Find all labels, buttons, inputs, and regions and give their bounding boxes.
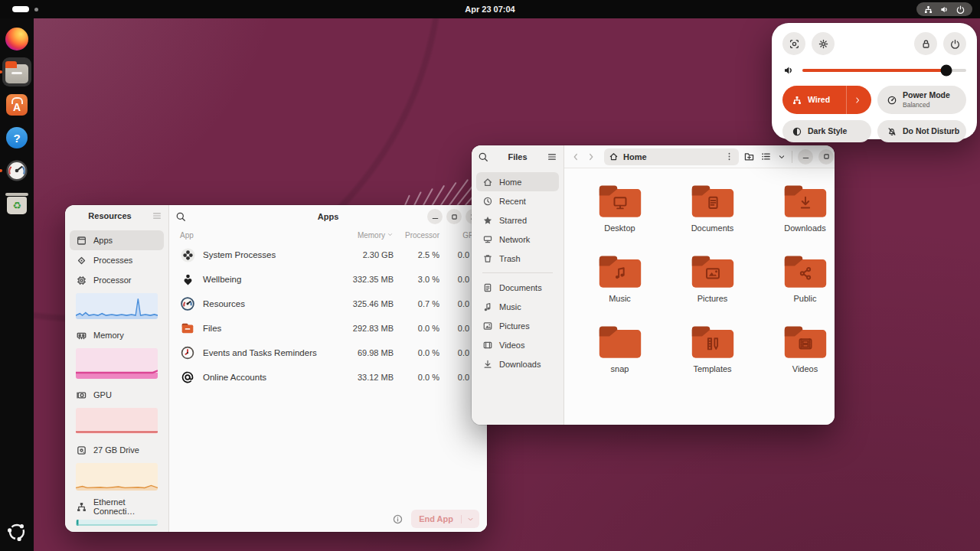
- search-icon[interactable]: [478, 152, 488, 162]
- video-icon: [482, 340, 493, 350]
- folder-label: Public: [794, 294, 817, 303]
- end-app-button[interactable]: End App: [411, 510, 479, 528]
- settings-icon: [818, 38, 829, 50]
- process-row-events-and-tasks-reminders[interactable]: Events and Tasks Reminders69.98 MB0.0 %0…: [169, 341, 487, 365]
- sidebar-item-label: Ethernet Connecti…: [93, 497, 158, 516]
- process-memory: 332.35 MB: [323, 275, 394, 284]
- folder-glyph: [597, 182, 643, 220]
- cpu-usage-chart: [76, 293, 158, 319]
- files-sidebar-starred[interactable]: Starred: [476, 210, 559, 230]
- process-name: Online Accounts: [203, 373, 266, 382]
- resources-sidebar-memory[interactable]: Memory: [70, 325, 164, 345]
- process-row-online-accounts[interactable]: Online Accounts33.12 MB0.0 %0.0 %: [169, 365, 487, 390]
- sidebar-item-label: Processor: [93, 276, 132, 285]
- view-options-chevron-icon[interactable]: [777, 152, 786, 161]
- process-row-files[interactable]: Files292.83 MB0.0 %0.0 %: [169, 316, 487, 341]
- show-apps-button[interactable]: [2, 517, 31, 546]
- folder-desktop[interactable]: Desktop: [573, 182, 666, 253]
- location-label: Home: [623, 152, 720, 161]
- resources-sidebar-27-gb-drive[interactable]: 27 GB Drive: [70, 440, 164, 460]
- dock-item-system-monitor[interactable]: [2, 156, 31, 185]
- resources-sidebar-processes[interactable]: Processes: [70, 250, 164, 270]
- files-sidebar-documents[interactable]: Documents: [476, 278, 559, 297]
- sidebar-item-label: Documents: [499, 283, 542, 292]
- folder-documents[interactable]: Documents: [666, 182, 759, 253]
- files-sidebar-pictures[interactable]: Pictures: [476, 316, 559, 335]
- files-sidebar-home[interactable]: Home: [476, 172, 559, 191]
- kebab-menu-icon[interactable]: [724, 152, 734, 161]
- dock-item-help[interactable]: ?: [2, 123, 31, 152]
- files-sidebar-music[interactable]: Music: [476, 297, 559, 316]
- folder-templates[interactable]: Templates: [666, 323, 759, 393]
- forward-icon[interactable]: [586, 152, 596, 162]
- location-breadcrumb[interactable]: Home: [604, 148, 739, 165]
- volume-slider[interactable]: [802, 69, 966, 72]
- column-memory[interactable]: Memory: [323, 231, 394, 240]
- system-tray[interactable]: [916, 2, 972, 16]
- files-sidebar-videos[interactable]: Videos: [476, 335, 559, 354]
- menu-icon: [152, 210, 162, 221]
- back-icon[interactable]: [570, 152, 581, 162]
- chevron-down-icon[interactable]: [461, 515, 479, 523]
- process-row-resources[interactable]: Resources325.46 MB0.7 %0.0 %: [169, 292, 487, 316]
- resources-sidebar-processor[interactable]: Processor: [70, 270, 164, 290]
- pinwheel-icon: [180, 247, 195, 262]
- process-processor: 0.7 %: [394, 299, 439, 308]
- power-button[interactable]: [943, 32, 966, 55]
- settings-button[interactable]: [812, 32, 835, 55]
- view-list-icon[interactable]: [760, 151, 772, 162]
- power-icon: [949, 38, 961, 50]
- tile-do-not-disturb[interactable]: Do Not Disturb: [877, 120, 966, 142]
- folder-label: snap: [611, 364, 629, 373]
- sort-icon: [387, 231, 394, 238]
- column-app[interactable]: App: [180, 231, 323, 240]
- resources-sidebar-gpu[interactable]: GPU: [70, 385, 164, 405]
- dock-item-firefox[interactable]: [2, 24, 31, 54]
- folder-downloads[interactable]: Downloads: [759, 182, 835, 253]
- folder-videos[interactable]: Videos: [759, 323, 835, 393]
- sidebar-item-label: Music: [499, 302, 521, 311]
- files-sidebar-trash[interactable]: Trash: [476, 249, 559, 268]
- info-icon[interactable]: [392, 514, 403, 525]
- dock-item-trash[interactable]: ♻: [2, 189, 31, 218]
- resources-sidebar: Resources AppsProcessesProcessorMemoryGP…: [65, 205, 169, 532]
- volume-knob[interactable]: [941, 65, 952, 77]
- column-processor[interactable]: Processor: [394, 231, 439, 240]
- menu-icon[interactable]: [152, 210, 162, 221]
- dock: A?♻: [0, 18, 34, 551]
- sidebar-item-label: Processes: [93, 256, 132, 265]
- files-sidebar: Files HomeRecentStarredNetworkTrashDocum…: [472, 145, 564, 425]
- dock-item-app-center[interactable]: A: [2, 90, 31, 119]
- trash-icon: ♻: [7, 197, 27, 214]
- tile-label: Power Mode: [903, 90, 950, 99]
- process-row-system-processes[interactable]: System Processes2.30 GB2.5 %0.0 %: [169, 243, 487, 267]
- minimize-button[interactable]: [427, 209, 443, 224]
- folder-snap[interactable]: snap: [573, 323, 666, 393]
- trash-icon: [482, 253, 493, 264]
- resources-headerbar: Apps: [169, 205, 487, 228]
- lock-button[interactable]: [914, 32, 937, 55]
- files-sidebar-network[interactable]: Network: [476, 230, 559, 249]
- tile-power-mode[interactable]: Power ModeBalanced: [877, 86, 966, 114]
- files-sidebar-recent[interactable]: Recent: [476, 191, 559, 210]
- speaker-icon[interactable]: [782, 64, 795, 77]
- dock-item-files[interactable]: [2, 57, 31, 86]
- clock[interactable]: Apr 23 07:04: [0, 5, 980, 14]
- chevron-right-icon[interactable]: [846, 86, 868, 114]
- tile-wired[interactable]: Wired: [782, 86, 871, 114]
- resources-sidebar-apps[interactable]: Apps: [70, 230, 164, 250]
- maximize-icon: [822, 152, 831, 161]
- folder-pictures[interactable]: Pictures: [666, 253, 759, 323]
- menu-icon[interactable]: [547, 152, 557, 162]
- resources-sidebar-ethernet-connecti[interactable]: Ethernet Connecti…: [70, 497, 164, 517]
- maximize-button[interactable]: [446, 209, 462, 224]
- folder-history-icon[interactable]: [743, 151, 755, 162]
- folder-music[interactable]: Music: [573, 253, 666, 323]
- process-row-wellbeing[interactable]: Wellbeing332.35 MB3.0 %0.0 %: [169, 267, 487, 292]
- files-sidebar-downloads[interactable]: Downloads: [476, 354, 559, 373]
- music-icon: [482, 302, 493, 312]
- folder-public[interactable]: Public: [759, 253, 835, 323]
- folder-glyph: [597, 323, 643, 361]
- screenshot-button[interactable]: [782, 32, 805, 55]
- tile-dark-style[interactable]: Dark Style: [782, 120, 871, 142]
